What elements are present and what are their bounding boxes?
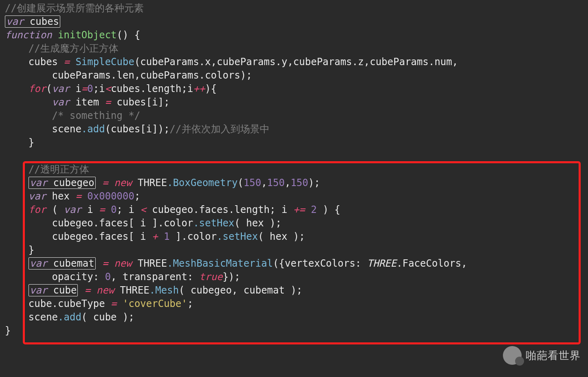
hex-literal: 0x000000: [87, 191, 134, 202]
comment-block: /* something */: [52, 110, 140, 121]
wechat-icon: [503, 346, 522, 365]
comment-line: //生成魔方小正方体: [29, 43, 118, 54]
comment-line: //创建展示场景所需的各种元素: [5, 2, 144, 14]
comment-line: //并依次加入到场景中: [170, 123, 270, 135]
comment-line: //透明正方体: [29, 164, 89, 175]
var-decl-box: var cubegeo: [29, 177, 96, 189]
var-decl-box: var cube: [29, 284, 78, 296]
code-editor-content: //创建展示场景所需的各种元素 var cubes function initO…: [0, 0, 588, 342]
string-literal: 'coverCube': [123, 298, 187, 309]
keyword-new: new: [114, 177, 132, 188]
var-decl-box: var cubemat: [29, 257, 96, 270]
keyword-for: for: [29, 83, 46, 94]
var-decl-box: var cubes: [5, 15, 60, 28]
identifier: THREE: [367, 258, 396, 269]
watermark-text: 啪葩看世界: [526, 349, 581, 363]
keyword-function: function: [5, 29, 52, 41]
boolean-literal: true: [199, 271, 223, 283]
fn-call: SimpleCube: [75, 56, 134, 68]
watermark: 啪葩看世界: [503, 346, 581, 365]
fn-name: initObject: [58, 29, 117, 41]
